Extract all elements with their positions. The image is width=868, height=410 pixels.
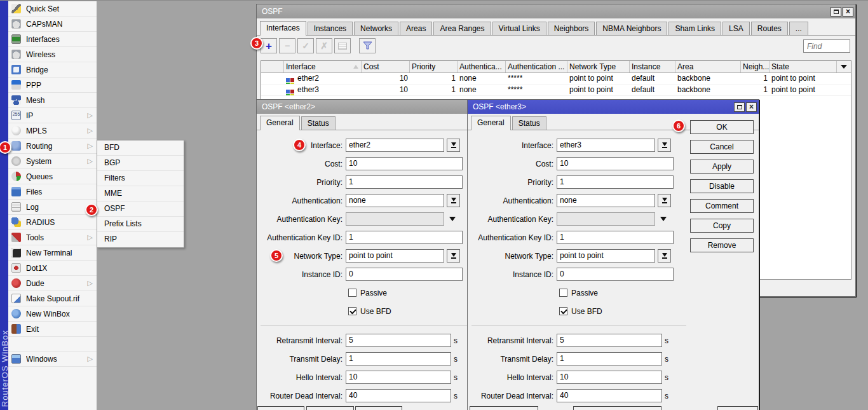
authentication-key-id-input[interactable]: 1	[346, 231, 463, 244]
copy-button[interactable]: Copy	[690, 219, 754, 233]
column-chooser-button[interactable]	[837, 61, 851, 72]
passive-checkbox[interactable]	[559, 289, 567, 297]
partial-button[interactable]	[470, 406, 538, 410]
column-header-interface[interactable]: Interface	[284, 61, 362, 72]
partial-button[interactable]	[355, 406, 402, 410]
sidebar-item-mpls[interactable]: MPLS▷	[8, 123, 97, 139]
authentication-input[interactable]: none	[557, 194, 655, 207]
sidebar-item-dude[interactable]: Dude▷	[8, 276, 97, 291]
retransmit-interval-input[interactable]: 5	[557, 334, 662, 347]
submenu-item-filters[interactable]: Filters	[97, 171, 184, 186]
transmit-delay-input[interactable]: 1	[557, 352, 662, 366]
filter-button[interactable]	[359, 38, 376, 53]
ether2-dialog-titlebar[interactable]: OSPF <ether2>	[257, 100, 471, 114]
submenu-item-bgp[interactable]: BGP	[97, 156, 184, 171]
sidebar-item-log[interactable]: Log	[8, 200, 97, 215]
retransmit-interval-input[interactable]: 5	[346, 334, 451, 347]
partial-button[interactable]	[257, 406, 304, 410]
sidebar-item-ppp[interactable]: PPP	[8, 78, 97, 93]
sidebar-item-tools[interactable]: Tools▷	[8, 230, 97, 245]
close-icon[interactable]: ×	[746, 102, 757, 112]
ok-button[interactable]: OK	[690, 120, 754, 134]
tab-area-ranges[interactable]: Area Ranges	[433, 22, 491, 36]
tab-nbma-neighbors[interactable]: NBMA Neighbors	[596, 22, 667, 36]
partial-button[interactable]	[573, 406, 661, 410]
tab-neighbors[interactable]: Neighbors	[548, 22, 595, 36]
enable-button[interactable]: ✓	[297, 38, 314, 53]
sidebar-item-exit[interactable]: Exit	[8, 322, 97, 337]
comment-button[interactable]	[334, 38, 351, 53]
sidebar-item-system[interactable]: System▷	[8, 154, 97, 169]
tab-sham-links[interactable]: Sham Links	[668, 22, 721, 36]
partial-button[interactable]	[717, 406, 758, 410]
tab-networks[interactable]: Networks	[354, 22, 398, 36]
remove-button[interactable]: Remove	[690, 238, 754, 252]
sidebar-item-make-supout-rif[interactable]: Make Supout.rif	[8, 291, 97, 306]
sidebar-item-quick-set[interactable]: Quick Set	[8, 1, 97, 17]
ether3-dialog-titlebar[interactable]: OSPF <ether3> ×	[468, 100, 759, 114]
network-type-input[interactable]: point to point	[346, 249, 444, 263]
column-header-priority[interactable]: Priority	[410, 61, 458, 72]
dropdown-button[interactable]	[658, 194, 671, 207]
add-button[interactable]: +	[261, 38, 277, 53]
column-header-state[interactable]: State	[770, 61, 837, 72]
sidebar-item-ip[interactable]: IP▷	[8, 108, 97, 123]
table-row[interactable]: ether2101none*****point to pointdefaultb…	[261, 73, 851, 85]
sidebar-item-mesh[interactable]: Mesh	[8, 93, 97, 108]
chevron-down-icon[interactable]	[660, 217, 667, 221]
submenu-item-mme[interactable]: MME	[97, 186, 184, 202]
sidebar-item-new-terminal[interactable]: New Terminal	[8, 245, 97, 261]
instance-id-input[interactable]: 0	[557, 268, 674, 281]
remove-button[interactable]: −	[279, 38, 295, 53]
sidebar-item-wireless[interactable]: Wireless	[8, 47, 97, 62]
submenu-item-bfd[interactable]: BFD	[97, 140, 184, 156]
sidebar-item-bridge[interactable]: Bridge	[8, 62, 97, 78]
sidebar-item-queues[interactable]: Queues	[8, 169, 97, 184]
submenu-item-rip[interactable]: RIP	[97, 232, 184, 247]
sidebar-item-new-winbox[interactable]: New WinBox	[8, 306, 97, 322]
tab-virtual-links[interactable]: Virtual Links	[492, 22, 546, 36]
passive-checkbox[interactable]	[348, 289, 356, 297]
sidebar-item-capsman[interactable]: CAPsMAN	[8, 17, 97, 32]
disable-button[interactable]: Disable	[690, 179, 754, 193]
use-bfd-checkbox[interactable]	[559, 307, 567, 315]
tab-routes[interactable]: Routes	[751, 22, 788, 36]
interface-input[interactable]: ether2	[346, 139, 444, 152]
sidebar-item-windows[interactable]: Windows▷	[8, 352, 97, 367]
hello-interval-input[interactable]: 10	[557, 371, 662, 384]
comment-button[interactable]: Comment	[690, 199, 754, 213]
column-header-area[interactable]: Area	[675, 61, 741, 72]
column-header-cost[interactable]: Cost	[362, 61, 410, 72]
use-bfd-checkbox[interactable]	[348, 307, 356, 315]
network-type-input[interactable]: point to point	[557, 249, 655, 263]
column-header-authentication[interactable]: Authentication ...	[506, 61, 567, 72]
maximize-button[interactable]	[831, 7, 841, 17]
column-header-network-type[interactable]: Network Type	[567, 61, 630, 72]
dropdown-button[interactable]	[447, 194, 460, 207]
disable-button[interactable]: ✗	[316, 38, 332, 53]
column-header-neigh[interactable]: Neigh...	[741, 61, 770, 72]
tab-lsa[interactable]: LSA	[722, 22, 750, 36]
tab-instances[interactable]: Instances	[308, 22, 353, 36]
sidebar-item-radius[interactable]: RADIUS	[8, 215, 97, 230]
column-header-instance[interactable]: Instance	[630, 61, 675, 72]
ether3-tab-general[interactable]: General	[471, 116, 511, 130]
authentication-input[interactable]: none	[346, 194, 444, 207]
router-dead-interval-input[interactable]: 40	[346, 389, 451, 402]
column-header-authentica[interactable]: Authentica...	[458, 61, 506, 72]
priority-input[interactable]: 1	[557, 175, 674, 189]
dropdown-button[interactable]	[658, 139, 671, 152]
sidebar-item-dot1x[interactable]: Dot1X	[8, 261, 97, 276]
partial-button[interactable]	[306, 406, 354, 410]
tab-interfaces[interactable]: Interfaces	[260, 21, 306, 36]
sidebar-item-routing[interactable]: Routing▷	[8, 139, 97, 154]
hello-interval-input[interactable]: 10	[346, 371, 451, 384]
submenu-item-prefix-lists[interactable]: Prefix Lists	[97, 217, 184, 232]
instance-id-input[interactable]: 0	[346, 268, 463, 281]
ether2-tab-general[interactable]: General	[260, 116, 300, 130]
cost-input[interactable]: 10	[346, 157, 463, 170]
apply-button[interactable]: Apply	[690, 160, 754, 174]
cost-input[interactable]: 10	[557, 157, 674, 170]
cancel-button[interactable]: Cancel	[690, 140, 754, 154]
dropdown-button[interactable]	[447, 139, 460, 152]
